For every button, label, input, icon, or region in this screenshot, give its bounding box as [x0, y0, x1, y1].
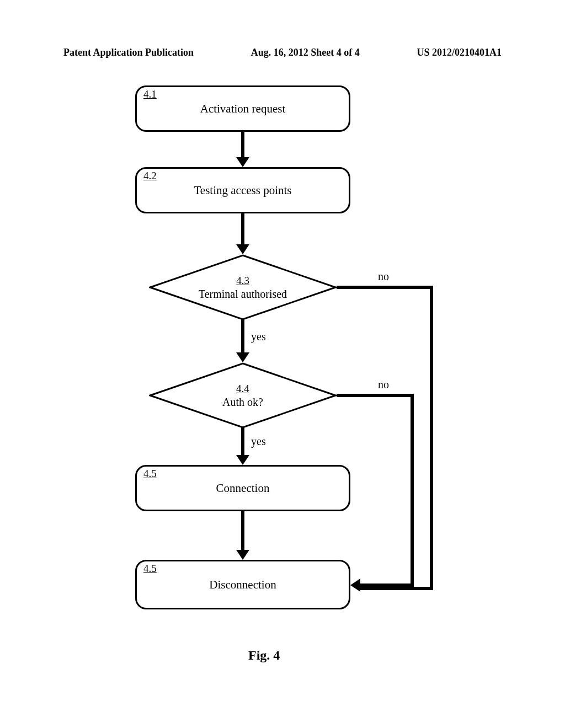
arrowhead-down-icon — [236, 455, 249, 465]
step-label: Testing access points — [194, 184, 292, 197]
connector-line — [337, 394, 414, 397]
arrowhead-down-icon — [236, 157, 249, 167]
arrowhead-down-icon — [236, 244, 249, 254]
arrowhead-down-icon — [236, 550, 249, 560]
arrowhead-left-icon — [350, 579, 360, 592]
arrow-down — [241, 427, 244, 456]
edge-label-yes: yes — [251, 435, 266, 448]
page-header: Patent Application Publication Aug. 16, … — [63, 47, 502, 58]
figure-caption: Fig. 4 — [248, 648, 280, 663]
step-connection: 4.5 Connection — [135, 465, 350, 511]
connector-line — [430, 286, 433, 587]
step-label: Disconnection — [209, 578, 276, 592]
arrow-down — [241, 511, 244, 551]
header-center: Aug. 16, 2012 Sheet 4 of 4 — [251, 47, 360, 58]
header-right: US 2012/0210401A1 — [417, 47, 502, 58]
step-number: 4.5 — [143, 468, 157, 480]
decision-terminal-authorised: 4.3 Terminal authorised — [149, 254, 337, 320]
header-left: Patent Application Publication — [63, 47, 194, 58]
step-number: 4.5 — [143, 563, 157, 575]
step-label: Terminal authorised — [199, 288, 287, 300]
step-number: 4.2 — [143, 170, 157, 182]
step-activation-request: 4.1 Activation request — [135, 85, 350, 132]
step-disconnection: 4.5 Disconnection — [135, 560, 350, 609]
flowchart-diagram: 4.1 Activation request 4.2 Testing acces… — [119, 85, 450, 637]
edge-label-no: no — [378, 378, 389, 391]
step-label: Connection — [216, 481, 270, 495]
step-number: 4.1 — [143, 88, 157, 100]
arrow-down — [241, 319, 244, 354]
arrow-down — [241, 213, 244, 245]
arrowhead-down-icon — [236, 352, 249, 362]
step-number: 4.3 — [199, 275, 287, 287]
step-label: Activation request — [200, 102, 286, 116]
step-number: 4.4 — [222, 383, 263, 395]
connector-line — [360, 587, 433, 590]
edge-label-no: no — [378, 270, 389, 283]
arrow-down — [241, 132, 244, 158]
edge-label-yes: yes — [251, 330, 266, 343]
step-label: Auth ok? — [222, 396, 263, 408]
step-testing-access-points: 4.2 Testing access points — [135, 167, 350, 213]
connector-line — [337, 286, 433, 289]
decision-auth-ok: 4.4 Auth ok? — [149, 362, 337, 429]
connector-line — [411, 394, 414, 587]
